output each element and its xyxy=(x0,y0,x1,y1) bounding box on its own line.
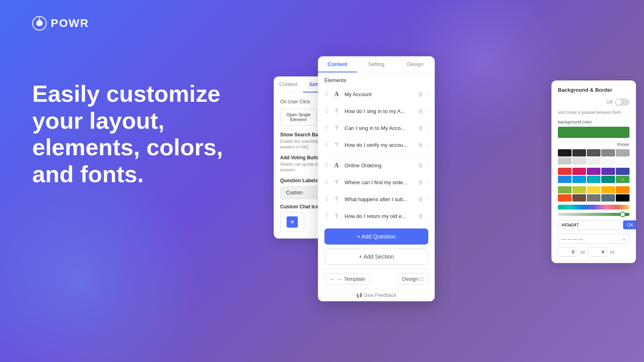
chevron-down-icon: ⌄ xyxy=(622,236,626,241)
toggle-pill[interactable] xyxy=(615,99,630,106)
bg-color-label: background color xyxy=(558,119,630,124)
template-icon: ← xyxy=(330,276,335,282)
color-cell[interactable] xyxy=(558,194,572,202)
element-row-can-signin[interactable]: ⠿ ? Can I sing in to My Acco... 🗑 › xyxy=(321,119,431,136)
color-cell[interactable] xyxy=(601,149,615,156)
color-cell[interactable] xyxy=(587,157,601,165)
toggle-switch[interactable]: Off xyxy=(607,99,630,106)
toggle-off-label: Off xyxy=(607,100,613,105)
delete-icon[interactable]: 🗑 xyxy=(418,196,423,202)
element-row-my-account[interactable]: ⠿ A My Account 🗑 › xyxy=(321,86,431,103)
question-type-icon: ? xyxy=(332,177,341,187)
chevron-right-icon: › xyxy=(427,108,428,114)
color-cell[interactable] xyxy=(616,168,630,175)
opacity-slider[interactable] xyxy=(558,213,630,216)
color-cell[interactable] xyxy=(558,186,572,193)
chevron-right-icon: › xyxy=(427,91,428,97)
delete-icon[interactable]: 🗑 xyxy=(418,213,423,219)
hex-input[interactable] xyxy=(558,220,621,230)
color-cell[interactable] xyxy=(601,176,615,183)
drag-handle-icon: ⠿ xyxy=(324,213,328,219)
border-section: — — — — ⌄ px px xyxy=(558,234,630,257)
element-row-what-happens[interactable]: ⠿ ? What happens after I sub... 🗑 › xyxy=(321,191,431,208)
color-cell[interactable] xyxy=(616,157,630,165)
tab-content-main[interactable]: Content xyxy=(318,56,357,72)
border-dropdown[interactable]: — — — — ⌄ xyxy=(558,234,630,244)
add-section-button[interactable]: + Add Section xyxy=(324,249,428,265)
question-type-icon: ? xyxy=(332,194,341,204)
text-type-icon: A xyxy=(332,160,341,170)
element-row-verify[interactable]: ⠿ ? How do I verify my accou... 🗑 › xyxy=(321,136,431,153)
svg-point-1 xyxy=(38,22,41,25)
delete-icon[interactable]: 🗑 xyxy=(418,142,423,148)
element-name: What happens after I sub... xyxy=(345,196,418,202)
color-cell[interactable] xyxy=(616,194,630,202)
slider-thumb xyxy=(620,212,625,217)
px-label-2: px xyxy=(610,249,615,254)
add-icon-btn[interactable]: + xyxy=(287,216,298,228)
color-cell[interactable] xyxy=(601,194,615,202)
color-cell[interactable] xyxy=(601,186,615,193)
tab-content-setting[interactable]: Content xyxy=(274,76,303,92)
elements-label: Elements xyxy=(318,72,435,86)
hero-line1: Easily customize xyxy=(32,80,220,107)
color-cell[interactable] xyxy=(558,157,572,165)
color-cell[interactable] xyxy=(587,186,601,193)
drag-handle-icon: ⠿ xyxy=(324,142,328,148)
border-dropdown-value: — — — — xyxy=(561,237,583,241)
chevron-right-icon: › xyxy=(427,179,428,185)
hero-line2: your layout, xyxy=(32,107,165,134)
color-cell[interactable] xyxy=(601,168,615,175)
color-cell-selected[interactable] xyxy=(616,176,630,183)
color-cell[interactable] xyxy=(601,157,615,165)
color-grid-gray xyxy=(558,149,630,165)
picker-label: Picker xyxy=(558,142,630,147)
delete-icon[interactable]: 🗑 xyxy=(418,108,423,114)
delete-icon[interactable]: 🗑 xyxy=(418,162,423,169)
delete-icon[interactable]: 🗑 xyxy=(418,91,423,97)
color-cell[interactable] xyxy=(558,168,572,175)
design-button[interactable]: Design □ xyxy=(397,273,428,285)
element-row-signin[interactable]: ⠿ ? How do I sing in to my A... 🗑 › xyxy=(321,103,431,119)
element-name: My Account xyxy=(345,91,418,97)
color-cell[interactable] xyxy=(587,149,601,156)
feedback-text: 📢 Give Feedback xyxy=(356,292,396,298)
color-cell[interactable] xyxy=(587,168,601,175)
element-row-return[interactable]: ⠿ ? How do I return my old e... 🗑 › xyxy=(321,208,431,224)
color-cell[interactable] xyxy=(572,186,586,193)
border-radius-input[interactable] xyxy=(588,247,608,257)
delete-icon[interactable]: 🗑 xyxy=(418,125,423,131)
spectrum-bar[interactable] xyxy=(558,205,630,210)
open-single-element-btn[interactable]: Open Single Element xyxy=(280,109,317,125)
color-cell[interactable] xyxy=(572,149,586,156)
color-cell[interactable] xyxy=(616,149,630,156)
color-cell[interactable] xyxy=(572,194,586,202)
feedback-row[interactable]: 📢 Give Feedback xyxy=(318,289,435,301)
drag-handle-icon: ⠿ xyxy=(324,196,328,202)
color-cell[interactable] xyxy=(572,157,586,165)
element-name: How do I verify my accou... xyxy=(345,142,418,148)
color-cell[interactable] xyxy=(572,176,586,183)
border-width-input[interactable] xyxy=(558,247,578,257)
add-question-button[interactable]: + Add Question xyxy=(324,228,428,245)
tab-design-main[interactable]: Design xyxy=(396,56,435,72)
chevron-right-icon: › xyxy=(427,142,428,148)
delete-icon[interactable]: 🗑 xyxy=(418,179,423,185)
ok-button[interactable]: OK xyxy=(623,220,636,229)
color-cell[interactable] xyxy=(572,168,586,175)
color-swatch[interactable] xyxy=(558,127,630,138)
tab-setting-main[interactable]: Setting xyxy=(357,56,396,72)
design-panel-title: Background & Border xyxy=(558,87,630,93)
color-cell[interactable] xyxy=(558,176,572,183)
color-cell[interactable] xyxy=(558,149,572,156)
element-row-online-ordering[interactable]: ⠿ A Online Ordering 🗑 › xyxy=(321,157,431,174)
design-panel: Background & Border Off and create a gra… xyxy=(551,80,636,263)
template-button[interactable]: ← ← Template xyxy=(324,273,370,285)
element-row-find-order[interactable]: ⠿ ? Where can I find my orde... 🗑 › xyxy=(321,174,431,191)
color-cell[interactable] xyxy=(587,176,601,183)
text-type-icon: A xyxy=(332,89,341,99)
color-cell[interactable] xyxy=(587,194,601,202)
template-label: ← Template xyxy=(337,276,365,282)
color-cell[interactable] xyxy=(616,186,630,193)
hero-section: Easily customize your layout, elements, … xyxy=(32,80,223,188)
